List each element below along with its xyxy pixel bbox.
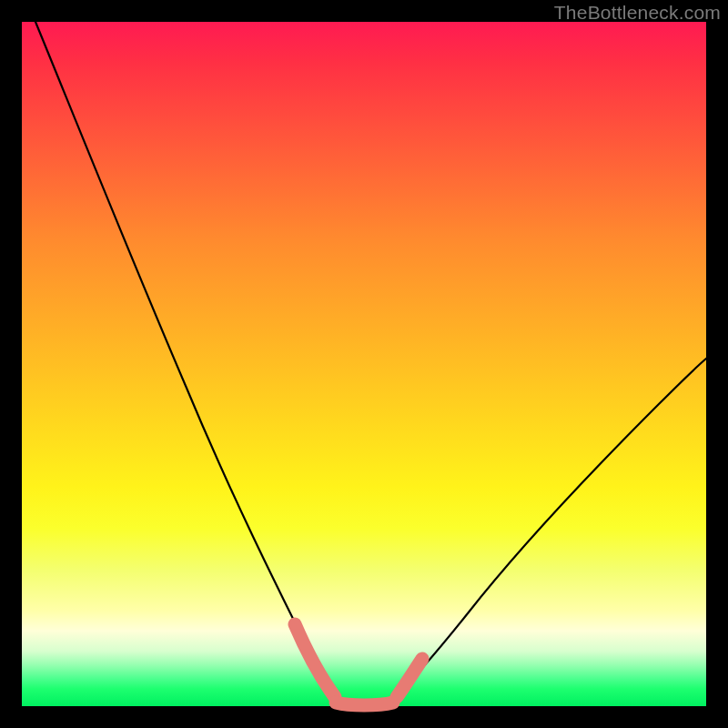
chart-plot-area [22, 22, 706, 706]
left-curve [35, 22, 342, 701]
watermark-text: TheBottleneck.com [554, 2, 721, 24]
right-curve [389, 359, 706, 700]
chart-frame: TheBottleneck.com [0, 0, 728, 728]
chart-svg [22, 22, 706, 706]
red-overlay-left [295, 624, 335, 697]
red-overlay-right [397, 659, 422, 697]
red-overlay-bottom [336, 703, 393, 705]
